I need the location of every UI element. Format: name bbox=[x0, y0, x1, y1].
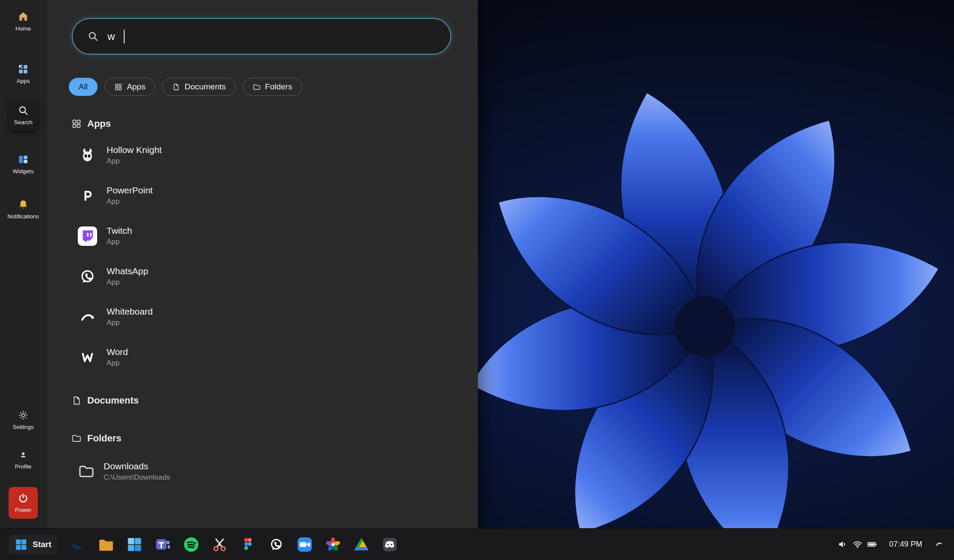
result-text: Downloads C:\Users\Downloads bbox=[104, 461, 170, 482]
result-text: PowerPoint App bbox=[107, 185, 153, 206]
documents-section-header: Documents bbox=[71, 395, 461, 406]
result-item-word[interactable]: Word App bbox=[78, 347, 461, 367]
taskbar: Start 07:49 PM bbox=[0, 528, 954, 560]
section-title: Apps bbox=[87, 118, 111, 129]
result-type: App bbox=[107, 359, 128, 367]
whiteboard-app-icon bbox=[78, 307, 97, 327]
sidebar-item-label: Power bbox=[15, 507, 31, 513]
result-item-whatsapp[interactable]: WhatsApp App bbox=[78, 266, 461, 287]
folder-icon bbox=[78, 463, 95, 480]
section-title: Documents bbox=[87, 395, 139, 406]
discord-icon bbox=[381, 536, 398, 553]
sidebar-item-home[interactable]: Home bbox=[15, 11, 31, 32]
search-flyout: Home Apps Search Widgets Notifications bbox=[0, 0, 478, 528]
result-item-whiteboard[interactable]: Whiteboard App bbox=[78, 306, 461, 327]
sidebar-item-apps[interactable]: Apps bbox=[17, 64, 30, 84]
result-type: App bbox=[107, 318, 153, 327]
sidebar-item-notifications[interactable]: Notifications bbox=[7, 199, 39, 220]
start-label: Start bbox=[33, 540, 51, 549]
result-name: Downloads bbox=[104, 461, 170, 471]
spotify-icon bbox=[183, 536, 200, 553]
folder-icon bbox=[71, 433, 82, 444]
clock[interactable]: 07:49 PM bbox=[889, 540, 922, 549]
search-icon bbox=[87, 31, 99, 42]
taskbar-photos-button[interactable] bbox=[324, 535, 342, 554]
sidebar-item-search[interactable]: Search bbox=[9, 100, 38, 131]
sidebar-item-label: Widgets bbox=[13, 168, 34, 174]
twitch-app-icon bbox=[78, 226, 97, 246]
sidebar-item-profile[interactable]: Profile bbox=[15, 449, 31, 470]
whatsapp-app-icon bbox=[78, 267, 97, 286]
result-name: WhatsApp bbox=[107, 266, 148, 276]
copilot-button[interactable] bbox=[933, 538, 945, 551]
taskbar-snipping-tool-button[interactable] bbox=[210, 535, 229, 554]
wifi-icon bbox=[852, 539, 863, 550]
power-icon bbox=[18, 493, 29, 504]
result-path: C:\Users\Downloads bbox=[104, 473, 170, 482]
result-item-twitch[interactable]: Twitch App bbox=[78, 226, 461, 246]
filter-chip-label: Documents bbox=[184, 82, 226, 92]
result-item-powerpoint[interactable]: PowerPoint App bbox=[78, 185, 461, 206]
whatsapp-icon bbox=[268, 536, 285, 553]
sidebar-item-settings[interactable]: Settings bbox=[13, 410, 34, 430]
folder-icon bbox=[253, 83, 261, 91]
taskbar-whatsapp-button[interactable] bbox=[267, 535, 286, 554]
folders-section-header: Folders bbox=[71, 433, 461, 444]
search-input[interactable]: w bbox=[72, 18, 451, 55]
sidebar-item-label: Settings bbox=[13, 424, 34, 430]
filter-chip-folders[interactable]: Folders bbox=[243, 78, 302, 96]
volume-icon bbox=[838, 539, 848, 550]
filter-chip-label: All bbox=[79, 82, 88, 92]
result-text: Whiteboard App bbox=[107, 306, 153, 327]
result-type: App bbox=[107, 197, 153, 206]
taskbar-file-explorer-button[interactable] bbox=[97, 535, 116, 554]
taskbar-discord-button[interactable] bbox=[380, 535, 399, 554]
taskbar-spotify-button[interactable] bbox=[182, 535, 201, 554]
result-text: Word App bbox=[107, 347, 128, 367]
flyout-sidebar: Home Apps Search Widgets Notifications bbox=[0, 0, 47, 528]
widgets-icon bbox=[18, 154, 29, 165]
apps-icon bbox=[18, 64, 29, 75]
file-explorer-icon bbox=[98, 536, 115, 553]
search-input-value: w bbox=[107, 31, 115, 43]
powerpoint-app-icon bbox=[78, 186, 97, 205]
apps-section-header: Apps bbox=[71, 118, 461, 129]
wifi-button[interactable] bbox=[850, 537, 865, 552]
taskbar-google-drive-button[interactable] bbox=[352, 535, 371, 554]
sidebar-item-power[interactable]: Power bbox=[9, 487, 38, 519]
figma-icon bbox=[239, 536, 257, 553]
taskbar-teams-button[interactable] bbox=[153, 535, 172, 554]
taskbar-windows-tiles-button[interactable] bbox=[125, 535, 144, 554]
hollow-knight-app-icon bbox=[78, 146, 97, 165]
filter-chip-all[interactable]: All bbox=[69, 78, 98, 96]
sidebar-item-widgets[interactable]: Widgets bbox=[13, 154, 34, 174]
result-item-hollow-knight[interactable]: Hollow Knight App bbox=[78, 145, 461, 165]
section-title: Folders bbox=[87, 433, 121, 444]
sidebar-item-label: Home bbox=[15, 25, 31, 32]
result-name: Twitch bbox=[107, 226, 132, 236]
filter-chips: All Apps Documents Folders bbox=[69, 78, 478, 96]
filter-chip-documents[interactable]: Documents bbox=[162, 78, 235, 96]
result-type: App bbox=[107, 278, 148, 287]
result-name: Hollow Knight bbox=[107, 145, 162, 155]
filter-chip-label: Apps bbox=[127, 82, 145, 92]
copilot-icon bbox=[933, 538, 945, 551]
start-button[interactable]: Start bbox=[9, 535, 57, 554]
gear-icon bbox=[18, 410, 29, 421]
document-icon bbox=[71, 395, 82, 406]
sidebar-item-label: Apps bbox=[17, 78, 30, 84]
document-icon bbox=[172, 83, 180, 91]
teams-icon bbox=[154, 536, 171, 553]
taskbar-zoom-button[interactable] bbox=[295, 535, 314, 554]
taskbar-figma-button[interactable] bbox=[238, 535, 257, 554]
taskbar-pinned-icons bbox=[68, 535, 399, 554]
search-box-wrap: w bbox=[47, 0, 478, 55]
zoom-icon bbox=[296, 536, 313, 553]
filter-chip-apps[interactable]: Apps bbox=[104, 78, 155, 96]
volume-button[interactable] bbox=[836, 537, 850, 552]
taskbar-edge-button[interactable] bbox=[68, 535, 87, 554]
sidebar-item-label: Notifications bbox=[7, 213, 39, 220]
result-item-downloads[interactable]: Downloads C:\Users\Downloads bbox=[78, 461, 170, 482]
search-panel: w All Apps Documents Folders bbox=[47, 0, 478, 528]
battery-button[interactable] bbox=[865, 537, 880, 552]
